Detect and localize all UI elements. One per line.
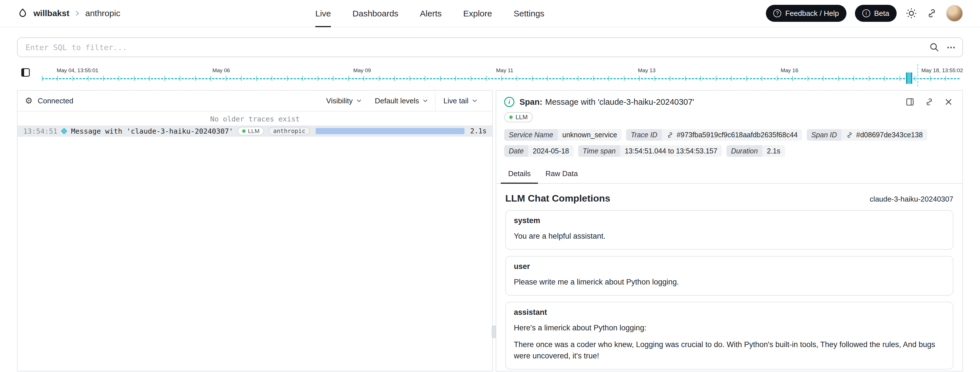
breadcrumb-org[interactable]: willbakst — [33, 8, 70, 18]
connection-status: Connected — [38, 97, 73, 105]
link-icon — [667, 131, 674, 139]
trace-id-property[interactable]: Trace ID #973fba5919cf9c618aafdb2635f68c… — [626, 129, 802, 141]
trace-row[interactable]: 13:54:51 Message with 'claude-3-haiku-20… — [18, 125, 492, 137]
timeline-tick-label: May 04, 13:55:01 — [57, 67, 99, 74]
timeline-tick-label: May 06 — [212, 67, 230, 74]
nav-right-controls: ? Feedback / Help i Beta — [766, 5, 963, 22]
message-card-user: user Please write me a limerick about Py… — [505, 256, 953, 296]
live-tail-dropdown[interactable]: Live tail — [435, 90, 492, 111]
timeline-selection-brush[interactable] — [906, 73, 912, 84]
span-title: Span:Message with 'claude-3-haiku-202403… — [520, 97, 694, 107]
trace-timestamp: 13:54:51 — [23, 127, 57, 135]
close-icon[interactable] — [944, 97, 953, 107]
span-type-badge: LLM — [504, 112, 533, 122]
chevron-down-icon — [356, 97, 363, 104]
message-content: There once was a coder who knew, Logging… — [514, 339, 945, 361]
property-value: 2024-05-18 — [528, 145, 574, 157]
sql-filter-input[interactable] — [17, 37, 963, 57]
property-value: #973fba5919cf9c618aafdb2635f68c44 — [662, 129, 802, 141]
visibility-label: Visibility — [326, 97, 352, 105]
feedback-help-button[interactable]: ? Feedback / Help — [766, 5, 846, 22]
span-title-prefix: Span: — [520, 97, 542, 106]
chevron-down-icon — [471, 97, 478, 104]
beta-button[interactable]: i Beta — [855, 5, 897, 22]
trace-list-header: ⚙ Connected Visibility Default levels Li… — [18, 90, 492, 112]
duration-property: Duration 2.1s — [727, 145, 785, 157]
trace-duration: 2.1s — [470, 127, 487, 135]
beta-label: Beta — [874, 9, 889, 18]
span-id-property[interactable]: Span ID #d08697de343ce138 — [807, 129, 927, 141]
nav-item-dashboards[interactable]: Dashboards — [352, 0, 398, 27]
timeline-tick-label: May 18, 13:55:02 — [921, 67, 963, 74]
green-dot-icon — [509, 116, 513, 119]
nav-item-settings[interactable]: Settings — [514, 0, 544, 27]
share-link-icon[interactable] — [926, 8, 937, 19]
property-label: Duration — [727, 145, 762, 157]
nav-item-explore[interactable]: Explore — [463, 0, 492, 27]
message-card-system: system You are a helpful assistant. — [505, 210, 953, 250]
help-circle-icon: ? — [773, 9, 781, 17]
sidebar-toggle-icon[interactable] — [17, 64, 34, 81]
tab-details[interactable]: Details — [501, 165, 538, 184]
span-details-panel: i Span:Message with 'claude-3-haiku-2024… — [496, 90, 963, 372]
anthropic-badge: anthropic — [269, 127, 310, 135]
property-label: Span ID — [807, 129, 842, 141]
span-id-value: #d08697de343ce138 — [856, 131, 923, 139]
timeline-tick-label: May 13 — [638, 67, 655, 74]
trace-list-panel: ⚙ Connected Visibility Default levels Li… — [17, 90, 493, 372]
message-card-assistant: assistant Here's a limerick about Python… — [505, 302, 953, 369]
green-dot-icon — [242, 129, 245, 133]
date-property: Date 2024-05-18 — [504, 145, 574, 157]
span-diamond-icon — [61, 128, 67, 135]
message-role: user — [514, 262, 945, 271]
tab-raw-data[interactable]: Raw Data — [538, 165, 585, 184]
timespan-property: Time span 13:54:51.044 to 13:54:53.157 — [578, 145, 722, 157]
splitter-drag-handle[interactable] — [492, 326, 496, 338]
breadcrumb-project[interactable]: anthropic — [85, 8, 120, 18]
copy-link-icon[interactable] — [924, 97, 934, 107]
default-levels-dropdown[interactable]: Default levels — [369, 90, 435, 111]
main-content: ⚙ Connected Visibility Default levels Li… — [17, 90, 963, 372]
message-role: assistant — [514, 308, 945, 317]
service-name-property: Service Name unknown_service — [504, 129, 622, 141]
span-header-icons — [905, 97, 953, 107]
span-title-text: Message with 'claude-3-haiku-20240307' — [545, 97, 694, 106]
no-older-traces-message: No older traces exist — [18, 112, 492, 125]
timeline-dashed-line — [42, 78, 959, 79]
property-label: Time span — [578, 145, 620, 157]
timeline-row: May 04, 13:55:01 May 06 May 09 May 11 Ma… — [17, 64, 963, 84]
span-header: i Span:Message with 'claude-3-haiku-2024… — [496, 90, 963, 111]
expand-panel-icon[interactable] — [905, 97, 915, 107]
trace-title: Message with 'claude-3-haiku-20240307' — [71, 127, 233, 135]
search-more-menu-icon[interactable]: ⋯ — [947, 43, 956, 52]
llm-badge: LLM — [238, 127, 264, 135]
nav-item-live[interactable]: Live — [315, 0, 331, 27]
user-avatar[interactable] — [946, 5, 963, 22]
section-title: LLM Chat Completions — [505, 193, 610, 204]
span-properties-row-1: Service Name unknown_service Trace ID #9… — [504, 129, 955, 141]
span-tabs: Details Raw Data — [496, 165, 963, 184]
llm-section-header: LLM Chat Completions claude-3-haiku-2024… — [505, 193, 953, 204]
message-content: Here's a limerick about Python logging: — [514, 323, 945, 334]
theme-toggle-sun-icon[interactable] — [905, 7, 918, 19]
search-bar-icons: ⋯ — [929, 37, 956, 57]
timeline-tick-label: May 11 — [496, 67, 513, 74]
model-name: claude-3-haiku-20240307 — [870, 195, 953, 204]
property-label: Service Name — [504, 129, 558, 141]
time-range-chart[interactable]: May 04, 13:55:01 May 06 May 09 May 11 Ma… — [42, 64, 963, 84]
main-nav: Live Dashboards Alerts Explore Settings — [315, 0, 544, 27]
settings-gear-icon[interactable]: ⚙ — [25, 97, 33, 105]
top-nav: willbakst anthropic Live Dashboards Aler… — [0, 0, 980, 27]
timeline-live-edge — [917, 64, 918, 87]
feedback-help-label: Feedback / Help — [785, 9, 839, 18]
property-label: Date — [504, 145, 528, 157]
panel-splitter[interactable] — [493, 90, 496, 372]
search-icon[interactable] — [929, 43, 939, 52]
nav-item-alerts[interactable]: Alerts — [420, 0, 442, 27]
span-type-label: LLM — [515, 114, 528, 121]
property-value: 13:54:51.044 to 13:54:53.157 — [620, 145, 722, 157]
visibility-dropdown[interactable]: Visibility — [320, 90, 368, 111]
search-bar: ⋯ — [17, 37, 963, 57]
property-value: 2.1s — [762, 145, 784, 157]
app-logo-icon[interactable] — [17, 8, 29, 19]
